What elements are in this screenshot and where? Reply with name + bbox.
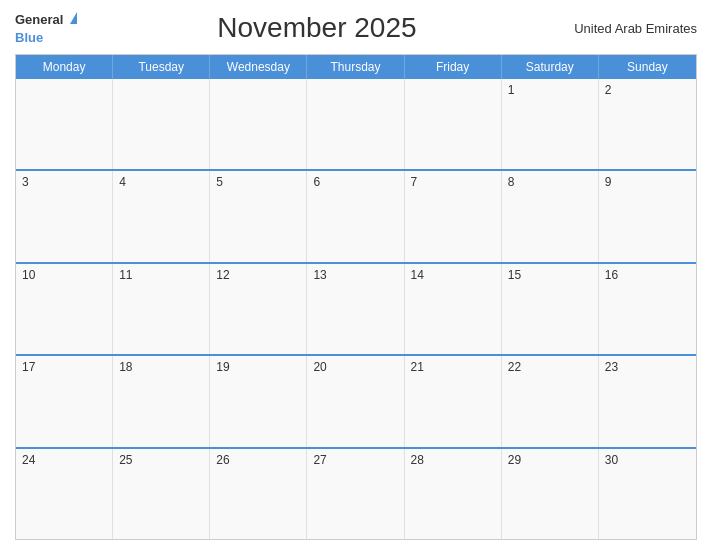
day-number: 24 (22, 453, 35, 467)
calendar-page: General Blue November 2025 United Arab E… (0, 0, 712, 550)
day-number: 22 (508, 360, 521, 374)
logo-blue-text: Blue (15, 30, 43, 45)
day-header-sunday: Sunday (599, 55, 696, 79)
day-cell: 25 (113, 449, 210, 539)
day-number: 15 (508, 268, 521, 282)
day-cell: 10 (16, 264, 113, 354)
day-number: 30 (605, 453, 618, 467)
day-number: 3 (22, 175, 29, 189)
day-cell: 28 (405, 449, 502, 539)
day-cell: 29 (502, 449, 599, 539)
day-number: 4 (119, 175, 126, 189)
day-number: 16 (605, 268, 618, 282)
day-number: 8 (508, 175, 515, 189)
week-row-2: 3456789 (16, 169, 696, 261)
day-number: 7 (411, 175, 418, 189)
week-row-1: 12 (16, 79, 696, 169)
day-cell (16, 79, 113, 169)
day-cell: 21 (405, 356, 502, 446)
day-number: 29 (508, 453, 521, 467)
day-number: 1 (508, 83, 515, 97)
day-cell: 18 (113, 356, 210, 446)
day-number: 17 (22, 360, 35, 374)
day-number: 20 (313, 360, 326, 374)
country-label: United Arab Emirates (557, 21, 697, 36)
day-headers: MondayTuesdayWednesdayThursdayFridaySatu… (16, 55, 696, 79)
day-cell: 3 (16, 171, 113, 261)
day-cell: 11 (113, 264, 210, 354)
day-cell: 30 (599, 449, 696, 539)
day-number: 6 (313, 175, 320, 189)
day-header-saturday: Saturday (502, 55, 599, 79)
day-number: 18 (119, 360, 132, 374)
day-number: 5 (216, 175, 223, 189)
day-cell: 26 (210, 449, 307, 539)
day-cell: 13 (307, 264, 404, 354)
day-cell: 5 (210, 171, 307, 261)
day-cell: 14 (405, 264, 502, 354)
day-cell: 22 (502, 356, 599, 446)
day-number: 12 (216, 268, 229, 282)
day-cell: 7 (405, 171, 502, 261)
day-number: 21 (411, 360, 424, 374)
day-number: 10 (22, 268, 35, 282)
day-number: 28 (411, 453, 424, 467)
day-cell (307, 79, 404, 169)
day-number: 2 (605, 83, 612, 97)
logo: General Blue (15, 10, 77, 46)
day-cell: 19 (210, 356, 307, 446)
day-number: 23 (605, 360, 618, 374)
day-cell: 27 (307, 449, 404, 539)
day-number: 13 (313, 268, 326, 282)
day-header-wednesday: Wednesday (210, 55, 307, 79)
day-header-tuesday: Tuesday (113, 55, 210, 79)
day-number: 19 (216, 360, 229, 374)
week-row-4: 17181920212223 (16, 354, 696, 446)
calendar: MondayTuesdayWednesdayThursdayFridaySatu… (15, 54, 697, 540)
day-cell: 9 (599, 171, 696, 261)
day-cell: 24 (16, 449, 113, 539)
weeks: 1234567891011121314151617181920212223242… (16, 79, 696, 539)
day-number: 9 (605, 175, 612, 189)
day-cell (210, 79, 307, 169)
day-number: 27 (313, 453, 326, 467)
day-cell (405, 79, 502, 169)
logo-general-text: General (15, 12, 63, 27)
day-number: 26 (216, 453, 229, 467)
day-header-thursday: Thursday (307, 55, 404, 79)
logo-line1: General (15, 10, 77, 28)
logo-triangle-icon (70, 12, 77, 24)
day-cell: 12 (210, 264, 307, 354)
day-cell: 8 (502, 171, 599, 261)
day-cell: 15 (502, 264, 599, 354)
day-cell: 4 (113, 171, 210, 261)
month-title: November 2025 (77, 12, 557, 44)
header: General Blue November 2025 United Arab E… (15, 10, 697, 46)
day-cell: 23 (599, 356, 696, 446)
day-cell: 2 (599, 79, 696, 169)
week-row-3: 10111213141516 (16, 262, 696, 354)
day-cell (113, 79, 210, 169)
week-row-5: 24252627282930 (16, 447, 696, 539)
day-cell: 20 (307, 356, 404, 446)
day-cell: 1 (502, 79, 599, 169)
day-cell: 17 (16, 356, 113, 446)
day-cell: 16 (599, 264, 696, 354)
day-cell: 6 (307, 171, 404, 261)
day-number: 25 (119, 453, 132, 467)
day-number: 11 (119, 268, 132, 282)
day-number: 14 (411, 268, 424, 282)
day-header-friday: Friday (405, 55, 502, 79)
day-header-monday: Monday (16, 55, 113, 79)
